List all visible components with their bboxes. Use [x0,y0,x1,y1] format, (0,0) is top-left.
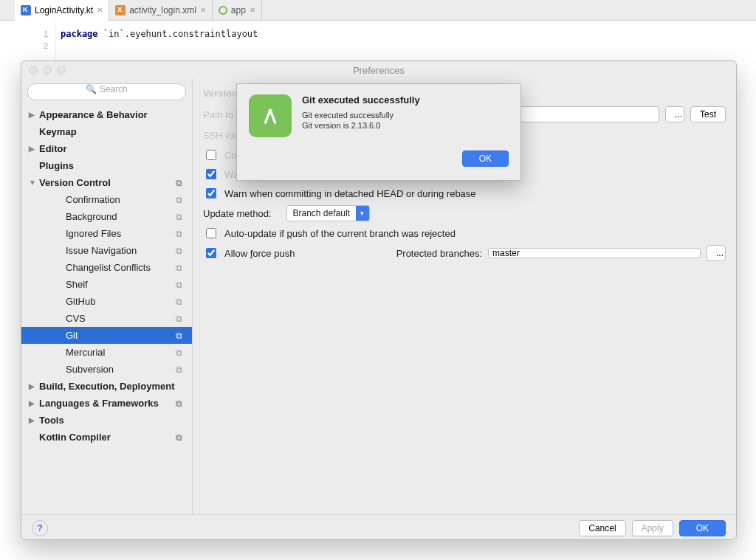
tab-label: activity_login.xml [129,5,196,15]
close-icon[interactable]: ✕ [97,6,103,14]
code-rest: `in`.eyehunt.constraintlayout [98,29,258,39]
dialog-title: Preferences [353,65,405,66]
editor-tabs: LoginActivity.kt✕activity_login.xml✕app✕ [0,0,756,21]
close-icon[interactable]: ✕ [200,6,206,14]
titlebar: Preferences [21,61,736,65]
editor-tab[interactable]: app✕ [213,0,262,21]
code: package `in`.eyehunt.constraintlayout [56,21,258,65]
xml-file-icon [115,5,126,15]
editor-tab[interactable]: LoginActivity.kt✕ [15,0,109,21]
tab-label: app [231,5,246,15]
gutter: 12 [0,21,56,65]
editor-tab[interactable]: activity_login.xml✕ [109,0,213,21]
preferences-dialog: Preferences Search Appearance & Behavior… [21,61,737,65]
kt-file-icon [21,5,31,15]
close-icon[interactable]: ✕ [250,6,255,14]
keyword: package [61,29,98,39]
editor-body: 12 package `in`.eyehunt.constraintlayout [0,21,756,65]
app-file-icon [219,6,227,15]
tab-label: LoginActivity.kt [35,5,93,15]
